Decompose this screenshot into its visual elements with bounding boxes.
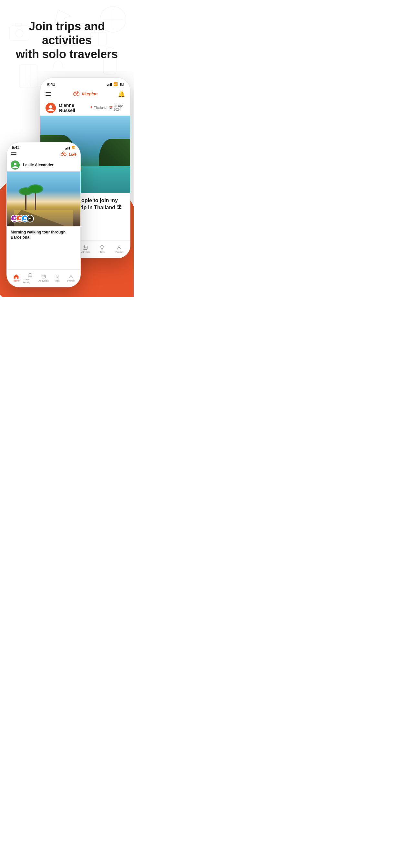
signal-icon-front bbox=[65, 146, 70, 150]
tab-label-buddy-front: Travel buddy bbox=[23, 278, 36, 284]
tab-label-tips-back: Tips bbox=[100, 251, 104, 253]
status-bar-back: 9:41 📶 ▮▯ bbox=[40, 78, 130, 88]
logo-text-front: Like bbox=[69, 152, 76, 157]
tab-bar-front: Home Travel buddy bbox=[7, 269, 81, 287]
logo-icon-front bbox=[60, 151, 67, 157]
location-meta: 📍 Thailand bbox=[89, 106, 106, 110]
svg-point-50 bbox=[57, 276, 58, 276]
svg-point-38 bbox=[13, 217, 16, 219]
profile-icon-back bbox=[116, 245, 122, 250]
profile-icon-front bbox=[68, 274, 73, 279]
tab-activities-front[interactable]: Activities bbox=[37, 274, 50, 282]
svg-point-40 bbox=[19, 217, 21, 219]
page-bottom bbox=[0, 297, 134, 336]
bell-icon-back[interactable]: 🔔 bbox=[118, 90, 125, 97]
activities-icon-back bbox=[82, 245, 88, 250]
tips-icon-back bbox=[99, 245, 105, 250]
svg-rect-46 bbox=[42, 275, 45, 278]
phones-section: 9:41 📶 ▮▯ bbox=[0, 78, 134, 297]
tab-label-activities-front: Activities bbox=[38, 279, 49, 282]
hero-section: Join trips and activities with solo trav… bbox=[0, 0, 134, 71]
date-meta: 📅 20 Apr, 2024 bbox=[109, 104, 125, 112]
wifi-icon: 📶 bbox=[113, 82, 118, 86]
card-text-front: Morning walking tour through Barcelona bbox=[7, 226, 81, 244]
nav-front: Like bbox=[7, 150, 81, 159]
svg-point-49 bbox=[56, 275, 59, 277]
tab-profile-front[interactable]: Profile bbox=[64, 274, 78, 282]
svg-rect-47 bbox=[42, 276, 43, 277]
logo-icon-back bbox=[72, 91, 81, 97]
avatar-count-front: +6 bbox=[26, 215, 34, 222]
tab-label-home-front: Home bbox=[13, 279, 20, 282]
tab-label-profile-front: Profile bbox=[67, 279, 74, 282]
user-name-back: Dianne Russell bbox=[59, 103, 86, 113]
tab-label-tips-front: Tips bbox=[55, 279, 60, 282]
tab-tips-front[interactable]: Tips bbox=[50, 274, 64, 282]
hamburger-menu-back[interactable] bbox=[45, 92, 51, 96]
logo-front: Like bbox=[60, 151, 76, 157]
svg-rect-25 bbox=[83, 246, 88, 249]
activities-icon-front bbox=[41, 274, 46, 279]
user-row-back: Dianne Russell 📍 Thailand 📅 20 Apr, 2024 bbox=[40, 100, 130, 116]
tips-icon-front bbox=[55, 274, 60, 279]
svg-point-51 bbox=[70, 275, 72, 277]
home-icon-front bbox=[13, 274, 19, 279]
nav-back: likeplan 🔔 bbox=[40, 88, 130, 100]
calendar-icon: 📅 bbox=[109, 106, 113, 110]
status-icons-back: 📶 ▮▯ bbox=[107, 82, 124, 86]
svg-point-31 bbox=[118, 246, 120, 248]
status-bar-front: 9:41 📶 bbox=[7, 143, 81, 150]
svg-point-36 bbox=[14, 163, 17, 165]
signal-icon bbox=[107, 82, 112, 86]
user-avatar-back bbox=[45, 103, 56, 113]
hero-title: Join trips and activities with solo trav… bbox=[13, 20, 121, 61]
battery-icon: ▮▯ bbox=[120, 82, 124, 86]
globe-icon-front bbox=[27, 273, 33, 277]
pin-icon: 📍 bbox=[89, 106, 93, 110]
svg-point-15 bbox=[49, 105, 52, 108]
time-front: 9:41 bbox=[12, 146, 19, 150]
svg-point-42 bbox=[24, 217, 26, 219]
user-name-front: Leslie Alexander bbox=[23, 163, 54, 167]
tab-home-front[interactable]: Home bbox=[9, 274, 23, 282]
wifi-icon-front: 📶 bbox=[72, 146, 75, 149]
phone-front: 9:41 📶 bbox=[6, 142, 81, 287]
logo-text-back: likeplan bbox=[82, 91, 97, 96]
tab-profile-back[interactable]: Profile bbox=[111, 245, 127, 253]
avatar-stack-front: +6 bbox=[11, 215, 34, 222]
time-back: 9:41 bbox=[47, 82, 55, 87]
user-avatar-front bbox=[11, 160, 20, 169]
user-row-front: Leslie Alexander bbox=[7, 159, 81, 172]
svg-rect-26 bbox=[84, 247, 85, 248]
user-meta-back: 📍 Thailand 📅 20 Apr, 2024 bbox=[89, 104, 125, 112]
status-icons-front: 📶 bbox=[65, 146, 75, 150]
tab-label-profile-back: Profile bbox=[115, 251, 123, 253]
tab-tips-back[interactable]: Tips bbox=[94, 245, 111, 253]
tab-buddy-front[interactable]: Travel buddy bbox=[23, 273, 36, 284]
svg-point-30 bbox=[102, 247, 102, 247]
card-image-front: +6 bbox=[7, 172, 81, 226]
tab-label-activities-back: Activities bbox=[80, 251, 90, 253]
svg-rect-27 bbox=[86, 247, 86, 248]
hamburger-menu-front[interactable] bbox=[11, 152, 17, 156]
svg-rect-48 bbox=[44, 276, 44, 277]
logo-back: likeplan bbox=[72, 91, 97, 97]
